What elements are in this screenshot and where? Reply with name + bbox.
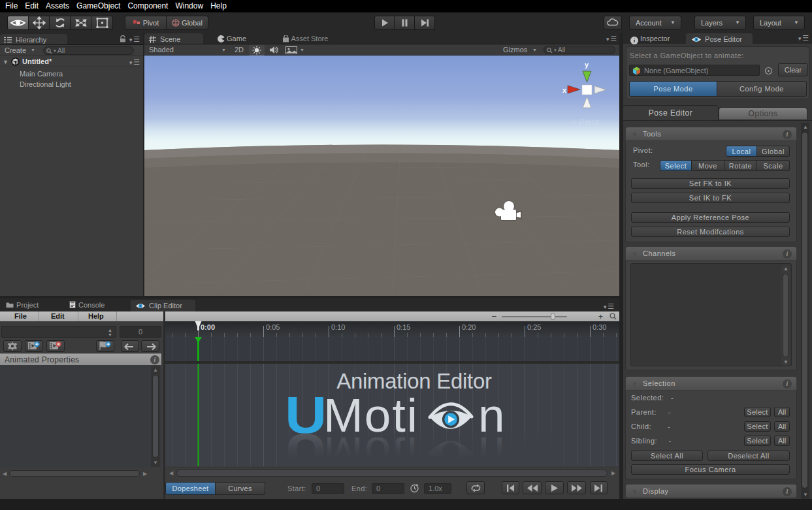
svg-text:x: x [562,86,567,94]
svg-text:0:25: 0:25 [527,323,541,331]
svg-text:0:15: 0:15 [397,323,410,331]
svg-text:y: y [585,61,589,69]
svg-text:0:05: 0:05 [266,323,280,331]
svg-text:0:30: 0:30 [593,323,606,331]
svg-text:0:20: 0:20 [462,323,476,331]
svg-text:0:00: 0:00 [201,323,215,331]
svg-text:⋖ Persp: ⋖ Persp [570,118,600,127]
svg-text:0:10: 0:10 [331,323,345,331]
